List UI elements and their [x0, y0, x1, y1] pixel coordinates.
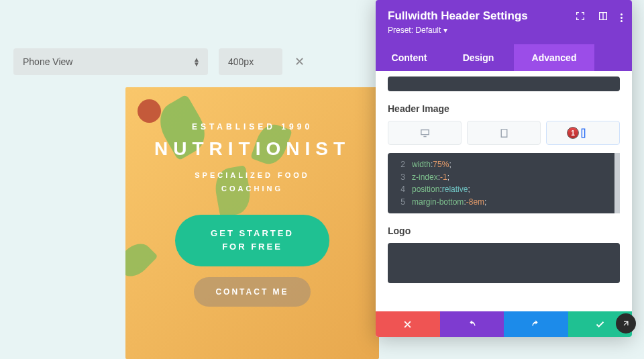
step-badge: 1	[567, 127, 579, 139]
cta-secondary-button[interactable]: CONTACT ME	[194, 277, 310, 307]
redo-button[interactable]	[504, 311, 568, 337]
panel-header: Fullwidth Header Settings Preset: Defaul…	[376, 0, 632, 44]
collapsed-code-block[interactable]	[388, 76, 620, 91]
cta-primary-button[interactable]: GET STARTED FOR FREE	[175, 215, 329, 267]
width-value: 400px	[228, 56, 254, 67]
logo-code-block[interactable]	[388, 243, 620, 283]
tab-content[interactable]: Content	[376, 44, 443, 71]
panel-tabs: Content Design Advanced	[376, 44, 632, 71]
settings-panel: Fullwidth Header Settings Preset: Defaul…	[376, 0, 632, 337]
undo-button[interactable]	[440, 311, 504, 337]
layout-icon[interactable]	[598, 11, 608, 24]
clear-width-button[interactable]: ✕	[293, 48, 305, 75]
phone-preview: || ESTABLISED 1990 NUTRITIONIST SPECIALI…	[125, 87, 379, 359]
view-mode-label: Phone View	[23, 56, 72, 67]
device-desktop-button[interactable]	[388, 121, 462, 145]
focus-icon[interactable]	[575, 11, 586, 24]
device-tablet-button[interactable]	[467, 121, 541, 145]
tagline: ESTABLISED 1990	[125, 122, 379, 132]
device-phone-button[interactable]: 1	[546, 121, 620, 145]
tab-advanced[interactable]: Advanced	[514, 44, 594, 71]
scrollbar[interactable]	[614, 153, 620, 213]
css-code-editor[interactable]: 2width:75%; 3z-index:-1; 4position:relat…	[388, 153, 620, 213]
preview-width-input[interactable]: 400px	[219, 48, 282, 75]
section-logo-label: Logo	[388, 225, 620, 236]
cancel-button[interactable]	[376, 311, 440, 337]
view-mode-select[interactable]: Phone View ▲▼	[13, 48, 208, 75]
more-icon[interactable]	[621, 13, 623, 22]
brand-title: NUTRITIONIST	[125, 138, 379, 160]
section-header-image-label: Header Image	[388, 103, 620, 114]
panel-footer	[376, 311, 632, 337]
expand-panel-button[interactable]	[616, 313, 636, 334]
subtitle: SPECIALIZED FOODCOACHING	[125, 169, 379, 196]
preset-dropdown[interactable]: Preset: Default ▾	[388, 25, 620, 35]
select-arrows-icon: ▲▼	[193, 57, 200, 66]
tab-design[interactable]: Design	[443, 44, 514, 71]
